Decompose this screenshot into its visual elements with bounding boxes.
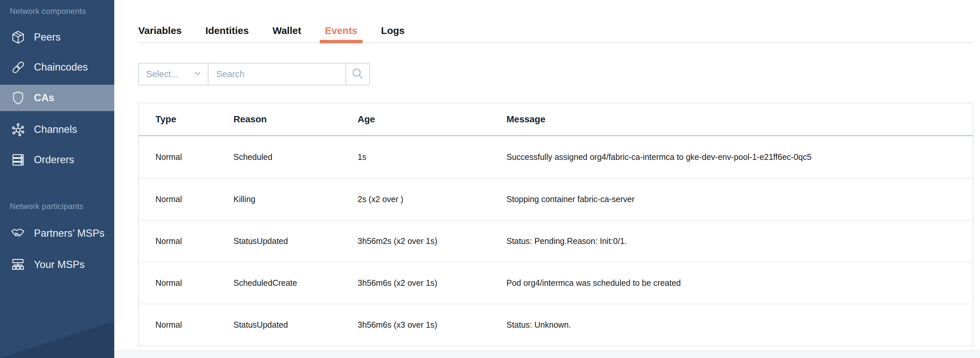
sidebar-item-label: Chaincodes [34, 61, 88, 73]
tab-logs[interactable]: Logs [381, 25, 405, 43]
network-hub-icon [11, 122, 25, 137]
tab-variables[interactable]: Variables [138, 25, 182, 43]
cell-message: Status: Pending.Reason: Init:0/1. [506, 237, 973, 246]
column-header-age: Age [358, 114, 506, 125]
table-row: Normal ScheduledCreate 3h56m6s (x2 over … [139, 262, 973, 304]
shield-icon [11, 91, 25, 105]
sidebar-item-label: Peers [34, 31, 60, 43]
sidebar-item-channels[interactable]: Channels [0, 117, 114, 143]
sidebar-section-label-components: Network components [10, 6, 86, 16]
cell-reason: StatusUpdated [234, 320, 358, 330]
tab-identities[interactable]: Identities [205, 25, 249, 43]
sidebar-item-label: Partners’ MSPs [34, 227, 104, 239]
filter-select[interactable]: Select... [138, 63, 208, 85]
sidebar-item-cas[interactable]: CAs [0, 85, 114, 111]
page-footer-area [114, 350, 980, 358]
sidebar: Network components Peers Chaincodes [0, 0, 114, 358]
table-row: Normal StatusUpdated 3h56m6s (x3 over 1s… [139, 304, 973, 345]
cell-reason: StatusUpdated [234, 237, 358, 246]
sidebar-section-label-participants: Network participants [10, 202, 83, 211]
chain-link-icon [11, 60, 25, 75]
table-row: Normal Scheduled 1s Successfully assigne… [139, 136, 973, 178]
cell-reason: ScheduledCreate [234, 278, 358, 288]
cell-reason: Killing [234, 195, 358, 204]
search-icon [351, 67, 364, 82]
column-header-message: Message [506, 114, 973, 125]
cell-message: Stopping container fabric-ca-server [506, 195, 973, 204]
sidebar-item-label: Channels [34, 124, 77, 136]
sidebar-item-label: Your MSPs [34, 259, 84, 271]
cell-age: 2s (x2 over ) [358, 195, 506, 204]
sidebar-item-peers[interactable]: Peers [0, 24, 114, 50]
cell-type: Normal [139, 237, 234, 246]
tab-events[interactable]: Events [325, 25, 357, 43]
cell-message: Status: Unknown. [506, 320, 973, 330]
cell-age: 3h56m6s (x2 over 1s) [358, 278, 506, 288]
cell-message: Pod org4/intermca was scheduled to be cr… [506, 278, 973, 288]
sidebar-item-chaincodes[interactable]: Chaincodes [0, 54, 114, 80]
tab-wallet[interactable]: Wallet [272, 25, 301, 43]
search-button[interactable] [346, 64, 369, 85]
cube-icon [11, 30, 25, 45]
cell-type: Normal [139, 152, 234, 162]
cell-age: 3h56m6s (x3 over 1s) [358, 320, 506, 330]
filter-select-placeholder: Select... [146, 69, 178, 80]
sidebar-item-partners-msps[interactable]: Partners’ MSPs [0, 220, 114, 246]
server-stack-icon [11, 153, 25, 167]
events-table: Type Reason Age Message Normal Scheduled… [138, 102, 974, 346]
org-chart-icon [11, 257, 25, 272]
sidebar-item-your-msps[interactable]: Your MSPs [0, 251, 114, 278]
cell-type: Normal [139, 278, 234, 288]
cell-message: Successfully assigned org4/fabric-ca-int… [506, 152, 973, 162]
table-row: Normal Killing 2s (x2 over ) Stopping co… [139, 178, 973, 220]
search-box [208, 63, 370, 85]
filter-bar: Select... [138, 63, 370, 85]
cell-type: Normal [139, 195, 234, 204]
column-header-type: Type [139, 114, 234, 125]
sidebar-item-label: CAs [34, 92, 54, 104]
cell-age: 1s [358, 152, 506, 162]
sidebar-item-label: Orderers [34, 154, 74, 166]
sidebar-item-orderers[interactable]: Orderers [0, 147, 114, 173]
table-row: Normal StatusUpdated 3h56m2s (x2 over 1s… [139, 220, 973, 262]
cell-age: 3h56m2s (x2 over 1s) [358, 237, 506, 246]
chevron-down-icon [193, 69, 202, 79]
events-table-header: Type Reason Age Message [139, 103, 973, 136]
cell-type: Normal [139, 320, 234, 330]
tab-bar: Variables Identities Wallet Events Logs [138, 25, 405, 43]
handshake-icon [11, 226, 25, 241]
search-input[interactable] [208, 64, 345, 85]
column-header-reason: Reason [234, 114, 358, 125]
cell-reason: Scheduled [234, 152, 358, 162]
